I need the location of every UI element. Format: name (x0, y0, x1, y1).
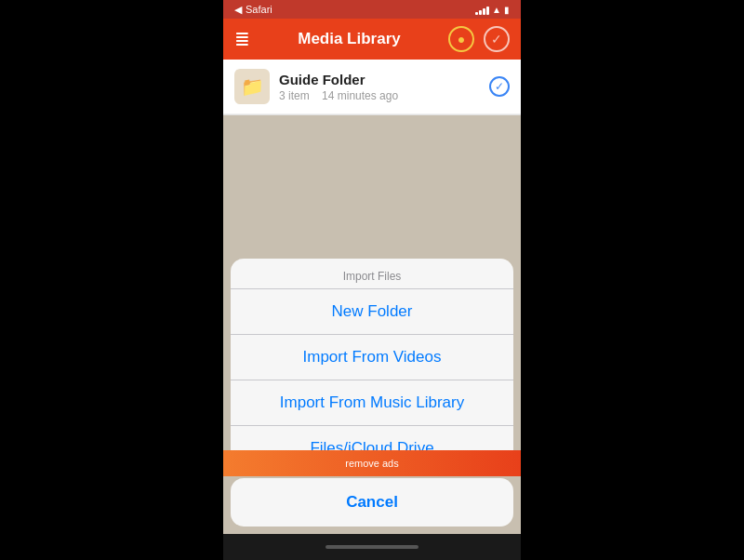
folder-check-icon: ✓ (495, 80, 504, 93)
status-bar: ◀ Safari ▲ ▮ (223, 0, 521, 19)
signal-bar-1 (475, 12, 478, 15)
action-sheet-overlay: Import Files New Folder Import From Vide… (223, 259, 521, 534)
signal-bar-2 (479, 10, 482, 15)
nav-title: Media Library (298, 30, 401, 48)
folder-info: Guide Folder 3 item 14 minutes ago (279, 72, 489, 102)
folder-items: 3 item (279, 89, 310, 102)
signal-bar-4 (486, 7, 489, 15)
wifi-icon: ▲ (492, 5, 501, 15)
folder-time: 14 minutes ago (322, 89, 398, 102)
folder-meta: 3 item 14 minutes ago (279, 89, 489, 102)
record-button[interactable]: ● (448, 26, 474, 52)
new-folder-button[interactable]: New Folder (231, 289, 513, 334)
folder-list: 📁 Guide Folder 3 item 14 minutes ago ✓ (223, 60, 521, 115)
check-button[interactable]: ✓ (484, 26, 510, 52)
check-icon: ✓ (491, 32, 502, 47)
nav-bar: ≣ Media Library ● ✓ (223, 19, 521, 60)
folder-icon: 📁 (241, 75, 264, 98)
folder-circle-check[interactable]: ✓ (489, 76, 510, 97)
cancel-button[interactable]: Cancel (231, 478, 513, 527)
carrier-label: Safari (246, 4, 272, 15)
remove-ads-bar[interactable]: remove ads (223, 450, 521, 476)
back-arrow[interactable]: ◀ (234, 4, 242, 16)
status-bar-right: ▲ ▮ (475, 4, 510, 15)
action-sheet: Import Files New Folder Import From Vide… (231, 259, 513, 471)
folder-icon-wrap: 📁 (234, 69, 270, 104)
remove-ads-label: remove ads (345, 458, 398, 469)
folder-item[interactable]: 📁 Guide Folder 3 item 14 minutes ago ✓ (223, 60, 521, 114)
import-videos-button[interactable]: Import From Videos (231, 335, 513, 380)
action-sheet-title: Import Files (231, 259, 513, 288)
status-bar-left: ◀ Safari (234, 4, 272, 16)
cancel-sheet: Cancel (231, 478, 513, 527)
main-content: 📁 Guide Folder 3 item 14 minutes ago ✓ (223, 60, 521, 534)
nav-right-icons: ● ✓ (448, 26, 510, 52)
home-indicator (223, 534, 521, 560)
record-icon: ● (458, 32, 465, 47)
signal-bar-3 (483, 8, 485, 15)
phone-frame: ◀ Safari ▲ ▮ ≣ Media Library ● ✓ (223, 0, 521, 560)
battery-icon: ▮ (504, 5, 510, 15)
home-bar (326, 545, 418, 549)
sort-icon[interactable]: ≣ (234, 28, 250, 50)
import-music-button[interactable]: Import From Music Library (231, 380, 513, 425)
folder-name: Guide Folder (279, 72, 489, 87)
